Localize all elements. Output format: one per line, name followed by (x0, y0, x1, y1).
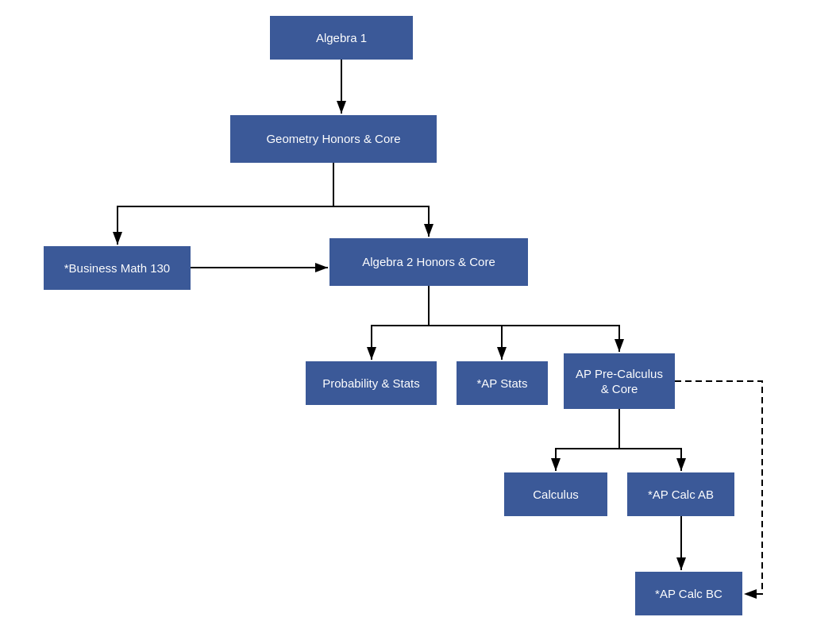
arrows-svg (0, 0, 813, 644)
ap-precalc-node: AP Pre-Calculus & Core (564, 353, 675, 409)
business-math-node: *Business Math 130 (44, 246, 191, 290)
ap-calc-ab-node: *AP Calc AB (627, 472, 734, 516)
diagram-container: Algebra 1 Geometry Honors & Core *Busine… (0, 0, 813, 644)
ap-calc-bc-node: *AP Calc BC (635, 572, 742, 615)
prob-stats-node: Probability & Stats (306, 361, 437, 405)
calculus-node: Calculus (504, 472, 607, 516)
geometry-node: Geometry Honors & Core (230, 115, 437, 163)
algebra1-node: Algebra 1 (270, 16, 413, 60)
ap-stats-node: *AP Stats (457, 361, 548, 405)
algebra2-node: Algebra 2 Honors & Core (329, 238, 528, 286)
